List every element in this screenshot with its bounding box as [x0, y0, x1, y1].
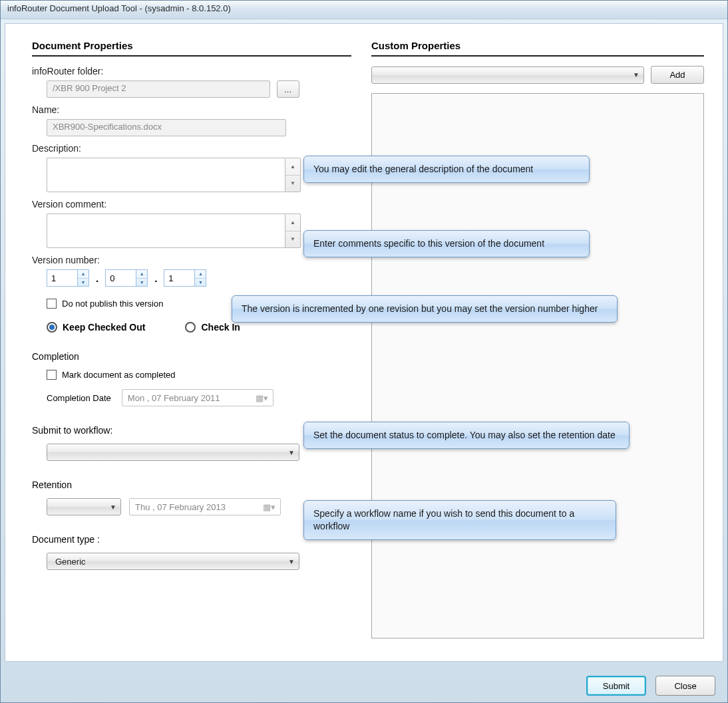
calendar-icon: ▦▾: [263, 502, 275, 512]
description-textarea[interactable]: [47, 158, 285, 192]
scroll-down-icon[interactable]: ▼: [285, 176, 300, 192]
calendar-icon: ▦▾: [256, 393, 268, 403]
doctype-value: Generic: [51, 557, 288, 567]
description-label: Description:: [32, 143, 351, 154]
retention-type-combo[interactable]: ▼: [47, 498, 121, 515]
version-major-input[interactable]: [47, 269, 77, 287]
chevron-down-icon: ▼: [110, 503, 116, 511]
name-display: XBR900-Specifications.docx: [47, 119, 286, 136]
callout-completion: Set the document status to complete. You…: [303, 422, 630, 449]
version-separator: .: [96, 273, 98, 284]
scroll-up-icon[interactable]: ▲: [285, 158, 300, 176]
custom-property-combo[interactable]: ▼: [371, 67, 644, 84]
step-down-icon[interactable]: ▼: [136, 279, 147, 287]
completion-date-picker[interactable]: Mon , 07 February 2011 ▦▾: [122, 389, 273, 406]
completion-date-label: Completion Date: [47, 393, 111, 403]
version-number-label: Version number:: [32, 255, 351, 265]
step-up-icon[interactable]: ▲: [136, 270, 147, 279]
version-rev-input[interactable]: [164, 269, 194, 287]
step-down-icon[interactable]: ▼: [78, 279, 89, 287]
completion-date-value: Mon , 07 February 2011: [128, 393, 220, 403]
version-comment-textarea[interactable]: [47, 213, 285, 248]
app-window: infoRouter Document Upload Tool - (sysad…: [0, 0, 728, 703]
chevron-down-icon: ▼: [288, 449, 295, 456]
document-properties-header: Document Properties: [32, 40, 351, 57]
folder-path-display: /XBR 900 Project 2: [47, 80, 270, 98]
version-minor-stepper[interactable]: ▲ ▼: [136, 269, 148, 287]
custom-properties-header: Custom Properties: [371, 40, 704, 57]
version-major-stepper[interactable]: ▲ ▼: [77, 269, 89, 287]
keep-checked-out-radio[interactable]: [47, 322, 57, 333]
close-button[interactable]: Close: [655, 676, 715, 696]
step-down-icon[interactable]: ▼: [195, 279, 206, 287]
version-minor-input[interactable]: [105, 269, 136, 287]
chevron-down-icon: ▼: [288, 558, 295, 565]
version-separator: .: [154, 273, 157, 284]
browse-folder-button[interactable]: ...: [277, 80, 299, 98]
mark-completed-label: Mark document as completed: [62, 370, 176, 380]
retention-date-value: Thu , 07 February 2013: [135, 502, 226, 512]
callout-workflow: Specify a workflow name if you wish to s…: [303, 500, 616, 540]
folder-label: infoRouter folder:: [32, 66, 351, 76]
callout-version-comment: Enter comments specific to this version …: [303, 230, 590, 257]
custom-properties-panel: Custom Properties ▼ Add: [371, 40, 704, 642]
version-rev-stepper[interactable]: ▲ ▼: [194, 269, 206, 287]
version-comment-label: Version comment:: [32, 199, 351, 210]
content-panel: Document Properties infoRouter folder: /…: [5, 23, 723, 662]
description-scroll[interactable]: ▲ ▼: [285, 158, 301, 192]
add-button[interactable]: Add: [651, 66, 704, 84]
workflow-combo[interactable]: ▼: [47, 444, 299, 461]
version-comment-scroll[interactable]: ▲ ▼: [285, 213, 301, 248]
doctype-combo[interactable]: Generic ▼: [47, 553, 299, 570]
name-label: Name:: [32, 104, 351, 115]
version-number-row: ▲ ▼ . ▲ ▼ .: [32, 269, 351, 287]
check-in-radio[interactable]: [185, 322, 196, 333]
retention-label: Retention: [32, 480, 351, 490]
do-not-publish-checkbox[interactable]: [47, 299, 57, 309]
ellipsis-icon: ...: [284, 84, 291, 94]
step-up-icon[interactable]: ▲: [195, 270, 206, 279]
scroll-down-icon[interactable]: ▼: [285, 231, 300, 248]
mark-completed-checkbox[interactable]: [47, 370, 57, 380]
titlebar: infoRouter Document Upload Tool - (sysad…: [1, 1, 727, 19]
step-up-icon[interactable]: ▲: [78, 270, 89, 279]
window-title: infoRouter Document Upload Tool - (sysad…: [7, 3, 231, 13]
chevron-down-icon: ▼: [633, 71, 639, 78]
check-in-label: Check In: [201, 322, 240, 333]
retention-date-picker[interactable]: Thu , 07 February 2013 ▦▾: [129, 498, 281, 515]
callout-version-number: The version is incremented by one revisi…: [232, 295, 618, 323]
completion-header: Completion: [32, 351, 351, 362]
bottom-bar: Submit Close: [586, 676, 715, 696]
keep-checked-out-label: Keep Checked Out: [63, 322, 145, 333]
do-not-publish-label: Do not publish this version: [62, 299, 163, 309]
submit-button[interactable]: Submit: [586, 676, 646, 696]
document-properties-panel: Document Properties infoRouter folder: /…: [32, 40, 351, 642]
scroll-up-icon[interactable]: ▲: [285, 214, 300, 231]
callout-description: You may edit the general description of …: [303, 156, 590, 183]
